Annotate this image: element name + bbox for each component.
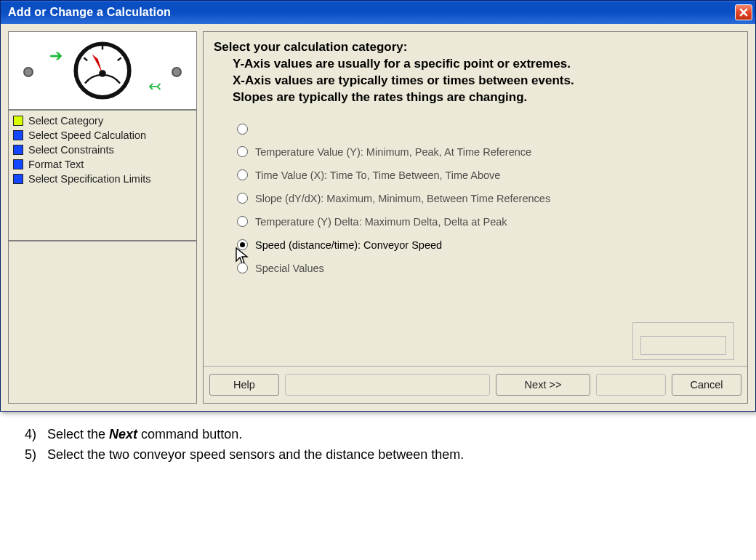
dialog-window: Add or Change a Calculation ➔ ↢	[0, 0, 756, 412]
wizard-step: Select Category	[13, 113, 192, 128]
next-button[interactable]: Next >>	[496, 374, 590, 396]
radio-option[interactable]: Special Values	[237, 257, 730, 280]
step-label: Select Speed Calculation	[28, 129, 146, 141]
step-label: Select Specification Limits	[28, 173, 150, 185]
radio-option[interactable]: Temperature Value (Y): Minimum, Peak, At…	[237, 140, 730, 164]
step-label: Select Constraints	[28, 144, 114, 156]
radio-label: Temperature (Y) Delta: Maximum Delta, De…	[255, 216, 507, 228]
dot-icon	[172, 67, 182, 77]
section-heading: Select your calculation category: Y-Axis…	[211, 38, 744, 113]
emphasis: Next	[109, 427, 137, 441]
left-column: ➔ ↢ Select Category	[8, 31, 197, 404]
gauge-icon	[73, 41, 132, 100]
radio-label: Special Values	[255, 263, 324, 274]
radio-icon[interactable]	[237, 124, 248, 135]
radio-icon[interactable]	[237, 216, 248, 227]
radio-icon[interactable]	[237, 193, 248, 204]
step-label: Select Category	[28, 115, 103, 127]
close-button[interactable]	[735, 4, 752, 20]
step-number: 5)	[25, 445, 44, 465]
wizard-step: Format Text	[13, 157, 192, 172]
heading-line: Slopes are typically the rates things ar…	[214, 89, 741, 106]
radio-label: Slope (dY/dX): Maximum, Minimum, Between…	[255, 193, 550, 204]
wizard-step: Select Specification Limits	[13, 172, 192, 186]
gauge-illustration: ➔ ↢	[8, 31, 197, 110]
radio-option-selected[interactable]: Speed (distance/time): Conveyor Speed	[237, 233, 730, 257]
right-column: Select your calculation category: Y-Axis…	[203, 31, 748, 404]
step-number: 4)	[25, 425, 44, 445]
wizard-steps: Select Category Select Speed Calculation…	[8, 110, 197, 241]
radio-icon[interactable]	[237, 263, 248, 273]
content-panel: Select your calculation category: Y-Axis…	[203, 31, 748, 404]
dialog-body: ➔ ↢ Select Category	[1, 24, 755, 411]
step-label: Format Text	[28, 159, 84, 170]
step-marker-icon	[13, 174, 23, 184]
instruction-text: 4) Select the Next command button. 5) Se…	[0, 412, 756, 465]
text: command button.	[137, 427, 242, 441]
finish-button[interactable]	[596, 374, 666, 396]
wizard-step: Select Constraints	[13, 143, 192, 157]
step-marker-icon	[13, 116, 23, 126]
arrow-icon: ➔	[49, 47, 63, 65]
dot-icon	[23, 67, 33, 77]
radio-option[interactable]	[237, 118, 730, 140]
help-button[interactable]: Help	[209, 374, 279, 396]
close-icon	[739, 8, 748, 17]
step-marker-icon	[13, 145, 23, 155]
back-button[interactable]	[285, 374, 490, 396]
heading-line: Y-Axis values are usually for a specific…	[214, 56, 741, 73]
radio-option[interactable]: Time Value (X): Time To, Time Between, T…	[237, 164, 730, 187]
arrow-icon: ↢	[148, 77, 161, 96]
radio-option[interactable]: Slope (dY/dX): Maximum, Minimum, Between…	[237, 187, 730, 210]
radio-label: Temperature Value (Y): Minimum, Peak, At…	[255, 146, 531, 158]
svg-point-3	[99, 70, 106, 77]
radio-option[interactable]: Temperature (Y) Delta: Maximum Delta, De…	[237, 210, 730, 233]
category-options: Temperature Value (Y): Minimum, Peak, At…	[211, 113, 744, 287]
cancel-button[interactable]: Cancel	[672, 374, 741, 396]
step-marker-icon	[13, 159, 23, 169]
button-row: Help Next >> Cancel	[204, 366, 747, 403]
text: Select the two conveyor speed sensors an…	[47, 447, 464, 462]
radio-label: Speed (distance/time): Conveyor Speed	[255, 239, 442, 251]
wizard-step: Select Speed Calculation	[13, 128, 192, 143]
step-marker-icon	[13, 130, 23, 140]
instruction-line: 5) Select the two conveyor speed sensors…	[25, 445, 734, 465]
titlebar: Add or Change a Calculation	[1, 1, 755, 24]
text: Select the	[47, 427, 109, 441]
sample-inner	[640, 336, 726, 355]
instruction-line: 4) Select the Next command button.	[25, 425, 734, 445]
heading-line: X-Axis values are typically times or tim…	[214, 73, 741, 89]
heading-line: Select your calculation category:	[214, 40, 407, 54]
radio-icon[interactable]	[237, 146, 248, 157]
sample-box	[632, 322, 734, 360]
preview-panel	[8, 241, 197, 404]
radio-label: Time Value (X): Time To, Time Between, T…	[255, 169, 500, 181]
window-title: Add or Change a Calculation	[8, 6, 171, 19]
radio-icon[interactable]	[237, 169, 248, 180]
